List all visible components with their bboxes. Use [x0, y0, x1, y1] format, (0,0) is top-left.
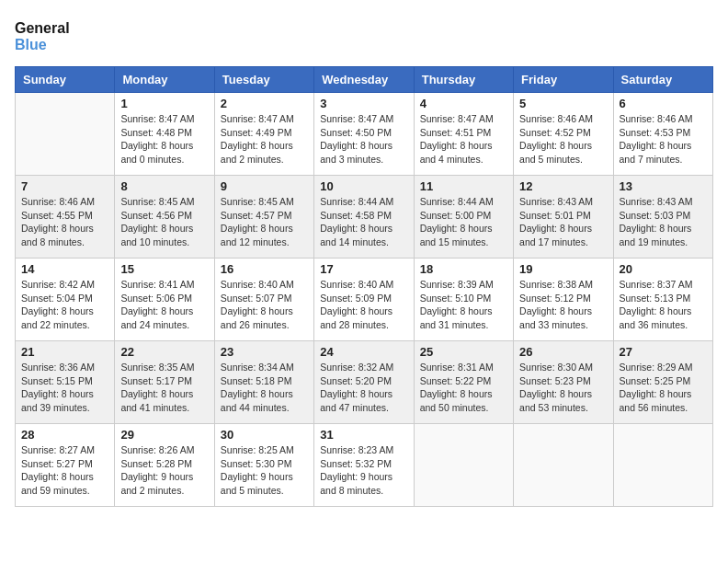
- day-info: Sunrise: 8:27 AM Sunset: 5:27 PM Dayligh…: [21, 443, 108, 498]
- day-number: 5: [519, 97, 607, 110]
- day-info: Sunrise: 8:45 AM Sunset: 4:57 PM Dayligh…: [221, 195, 308, 249]
- calendar-cell: 24Sunrise: 8:32 AM Sunset: 5:20 PM Dayli…: [314, 341, 414, 424]
- weekday-header-thursday: Thursday: [414, 67, 513, 93]
- day-info: Sunrise: 8:44 AM Sunset: 4:58 PM Dayligh…: [320, 195, 407, 249]
- day-info: Sunrise: 8:43 AM Sunset: 5:03 PM Dayligh…: [620, 195, 707, 249]
- logo: General Blue: [15, 15, 88, 55]
- day-info: Sunrise: 8:43 AM Sunset: 5:01 PM Dayligh…: [519, 195, 607, 249]
- day-info: Sunrise: 8:23 AM Sunset: 5:32 PM Dayligh…: [320, 443, 407, 498]
- day-info: Sunrise: 8:45 AM Sunset: 4:56 PM Dayligh…: [120, 195, 208, 249]
- calendar-cell: 14Sunrise: 8:42 AM Sunset: 5:04 PM Dayli…: [16, 259, 115, 341]
- day-info: Sunrise: 8:29 AM Sunset: 5:25 PM Dayligh…: [620, 361, 707, 415]
- calendar-cell: 8Sunrise: 8:45 AM Sunset: 4:56 PM Daylig…: [115, 176, 214, 259]
- calendar-cell: 29Sunrise: 8:26 AM Sunset: 5:28 PM Dayli…: [115, 424, 214, 507]
- day-number: 19: [519, 262, 607, 276]
- day-number: 24: [320, 345, 407, 359]
- weekday-header-sunday: Sunday: [16, 67, 115, 93]
- calendar-cell: 16Sunrise: 8:40 AM Sunset: 5:07 PM Dayli…: [214, 259, 313, 341]
- day-number: 14: [21, 262, 108, 276]
- svg-marker-2: [81, 18, 88, 29]
- calendar-cell: 21Sunrise: 8:36 AM Sunset: 5:15 PM Dayli…: [16, 341, 115, 424]
- svg-text:General: General: [15, 20, 70, 36]
- day-number: 17: [320, 262, 407, 276]
- week-row-2: 7Sunrise: 8:46 AM Sunset: 4:55 PM Daylig…: [16, 176, 713, 259]
- day-info: Sunrise: 8:38 AM Sunset: 5:12 PM Dayligh…: [519, 278, 607, 332]
- day-info: Sunrise: 8:40 AM Sunset: 5:07 PM Dayligh…: [221, 278, 308, 332]
- day-info: Sunrise: 8:32 AM Sunset: 5:20 PM Dayligh…: [320, 361, 407, 415]
- day-number: 11: [420, 179, 507, 193]
- day-number: 8: [120, 179, 208, 193]
- day-number: 4: [420, 97, 507, 110]
- calendar-cell: 15Sunrise: 8:41 AM Sunset: 5:06 PM Dayli…: [115, 259, 214, 341]
- day-number: 26: [519, 345, 607, 359]
- calendar-cell: 20Sunrise: 8:37 AM Sunset: 5:13 PM Dayli…: [613, 259, 712, 341]
- calendar-cell: 19Sunrise: 8:38 AM Sunset: 5:12 PM Dayli…: [514, 259, 613, 341]
- day-info: Sunrise: 8:41 AM Sunset: 5:06 PM Dayligh…: [120, 278, 208, 332]
- day-number: 22: [120, 345, 208, 359]
- calendar-cell: 1Sunrise: 8:47 AM Sunset: 4:48 PM Daylig…: [115, 93, 214, 176]
- day-info: Sunrise: 8:35 AM Sunset: 5:17 PM Dayligh…: [120, 361, 208, 415]
- day-info: Sunrise: 8:39 AM Sunset: 5:10 PM Dayligh…: [420, 278, 507, 332]
- page-header: General Blue: [15, 15, 713, 55]
- day-number: 28: [21, 428, 108, 442]
- calendar-cell: 27Sunrise: 8:29 AM Sunset: 5:25 PM Dayli…: [613, 341, 712, 424]
- calendar-cell: 10Sunrise: 8:44 AM Sunset: 4:58 PM Dayli…: [314, 176, 414, 259]
- day-number: 23: [221, 345, 308, 359]
- day-number: 12: [519, 179, 607, 193]
- day-info: Sunrise: 8:47 AM Sunset: 4:50 PM Dayligh…: [320, 112, 407, 167]
- day-number: 27: [620, 345, 707, 359]
- weekday-header-row: SundayMondayTuesdayWednesdayThursdayFrid…: [16, 67, 713, 93]
- weekday-header-friday: Friday: [514, 67, 613, 93]
- day-info: Sunrise: 8:47 AM Sunset: 4:51 PM Dayligh…: [420, 112, 507, 167]
- day-info: Sunrise: 8:36 AM Sunset: 5:15 PM Dayligh…: [21, 361, 108, 415]
- logo-svg: General Blue: [15, 15, 88, 55]
- day-info: Sunrise: 8:46 AM Sunset: 4:52 PM Dayligh…: [519, 112, 607, 167]
- day-number: 29: [120, 428, 208, 442]
- day-info: Sunrise: 8:46 AM Sunset: 4:55 PM Dayligh…: [21, 195, 108, 249]
- week-row-5: 28Sunrise: 8:27 AM Sunset: 5:27 PM Dayli…: [16, 424, 713, 507]
- day-number: 7: [21, 179, 108, 193]
- calendar-cell: 11Sunrise: 8:44 AM Sunset: 5:00 PM Dayli…: [414, 176, 513, 259]
- day-number: 18: [420, 262, 507, 276]
- day-number: 2: [221, 97, 308, 110]
- day-info: Sunrise: 8:34 AM Sunset: 5:18 PM Dayligh…: [221, 361, 308, 415]
- week-row-3: 14Sunrise: 8:42 AM Sunset: 5:04 PM Dayli…: [16, 259, 713, 341]
- calendar-cell: 22Sunrise: 8:35 AM Sunset: 5:17 PM Dayli…: [115, 341, 214, 424]
- day-info: Sunrise: 8:46 AM Sunset: 4:53 PM Dayligh…: [620, 112, 707, 167]
- calendar-cell: 12Sunrise: 8:43 AM Sunset: 5:01 PM Dayli…: [514, 176, 613, 259]
- calendar-table: SundayMondayTuesdayWednesdayThursdayFrid…: [15, 66, 713, 507]
- day-info: Sunrise: 8:26 AM Sunset: 5:28 PM Dayligh…: [120, 443, 208, 498]
- day-info: Sunrise: 8:25 AM Sunset: 5:30 PM Dayligh…: [221, 443, 308, 498]
- day-number: 9: [221, 179, 308, 193]
- calendar-cell: 30Sunrise: 8:25 AM Sunset: 5:30 PM Dayli…: [214, 424, 313, 507]
- calendar-cell: 25Sunrise: 8:31 AM Sunset: 5:22 PM Dayli…: [414, 341, 513, 424]
- calendar-cell: [16, 93, 115, 176]
- week-row-1: 1Sunrise: 8:47 AM Sunset: 4:48 PM Daylig…: [16, 93, 713, 176]
- calendar-cell: 13Sunrise: 8:43 AM Sunset: 5:03 PM Dayli…: [613, 176, 712, 259]
- day-info: Sunrise: 8:42 AM Sunset: 5:04 PM Dayligh…: [21, 278, 108, 332]
- weekday-header-monday: Monday: [115, 67, 214, 93]
- weekday-header-tuesday: Tuesday: [214, 67, 313, 93]
- day-number: 6: [620, 97, 707, 110]
- weekday-header-wednesday: Wednesday: [314, 67, 414, 93]
- calendar-cell: 3Sunrise: 8:47 AM Sunset: 4:50 PM Daylig…: [314, 93, 414, 176]
- calendar-cell: [414, 424, 513, 507]
- day-number: 3: [320, 97, 407, 110]
- calendar-cell: 9Sunrise: 8:45 AM Sunset: 4:57 PM Daylig…: [214, 176, 313, 259]
- calendar-cell: 2Sunrise: 8:47 AM Sunset: 4:49 PM Daylig…: [214, 93, 313, 176]
- calendar-cell: 23Sunrise: 8:34 AM Sunset: 5:18 PM Dayli…: [214, 341, 313, 424]
- day-number: 10: [320, 179, 407, 193]
- day-number: 16: [221, 262, 308, 276]
- day-number: 20: [620, 262, 707, 276]
- day-info: Sunrise: 8:37 AM Sunset: 5:13 PM Dayligh…: [620, 278, 707, 332]
- day-info: Sunrise: 8:47 AM Sunset: 4:49 PM Dayligh…: [221, 112, 308, 167]
- calendar-cell: 6Sunrise: 8:46 AM Sunset: 4:53 PM Daylig…: [613, 93, 712, 176]
- day-info: Sunrise: 8:44 AM Sunset: 5:00 PM Dayligh…: [420, 195, 507, 249]
- week-row-4: 21Sunrise: 8:36 AM Sunset: 5:15 PM Dayli…: [16, 341, 713, 424]
- calendar-cell: 7Sunrise: 8:46 AM Sunset: 4:55 PM Daylig…: [16, 176, 115, 259]
- day-info: Sunrise: 8:40 AM Sunset: 5:09 PM Dayligh…: [320, 278, 407, 332]
- calendar-cell: 5Sunrise: 8:46 AM Sunset: 4:52 PM Daylig…: [514, 93, 613, 176]
- day-number: 15: [120, 262, 208, 276]
- day-number: 13: [620, 179, 707, 193]
- calendar-cell: 18Sunrise: 8:39 AM Sunset: 5:10 PM Dayli…: [414, 259, 513, 341]
